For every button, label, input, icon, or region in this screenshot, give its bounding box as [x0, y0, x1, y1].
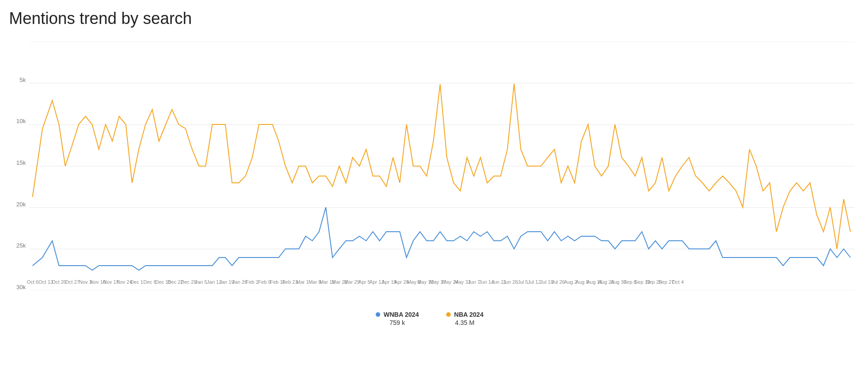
wnba-line	[33, 207, 850, 270]
x-label: Oct 4	[672, 279, 684, 285]
x-label: Oct 6	[27, 279, 38, 285]
y-label-5k: 5k	[5, 76, 29, 83]
wnba-legend-value: 759 k	[389, 319, 405, 326]
chart-title: Mentions trend by search	[5, 9, 854, 28]
legend-nba: NBA 2024 4.35 M	[446, 311, 484, 326]
legend-wnba: WNBA 2024 759 k	[376, 311, 419, 326]
chart-area: 30k 25k 20k 15k 10k 5k	[5, 42, 854, 304]
x-label: Jul 12	[528, 279, 541, 285]
x-label: Feb 2	[246, 279, 259, 285]
y-label-20k: 20k	[5, 201, 29, 208]
x-label: Jan 26	[232, 279, 247, 285]
y-label-15k: 15k	[5, 159, 29, 166]
y-label-25k: 25k	[5, 242, 29, 249]
x-label: Jul 5	[518, 279, 528, 285]
x-label: Oct 13	[38, 279, 53, 285]
x-label: Dec 8	[143, 279, 156, 285]
x-label: Oct 20	[52, 279, 66, 285]
y-axis: 30k 25k 20k 15k 10k 5k	[5, 42, 29, 304]
x-label: Oct 27	[65, 279, 80, 285]
x-label: Jun 7	[468, 279, 480, 285]
wnba-dot	[376, 312, 380, 317]
x-label: Jul 26	[552, 279, 565, 285]
nba-legend-value: 4.35 M	[455, 319, 475, 326]
nba-dot	[446, 312, 451, 317]
legend: WNBA 2024 759 k NBA 2024 4.35 M	[5, 311, 854, 326]
chart-plot: Oct 6Oct 13Oct 20Oct 27Nov 3Nov 10Nov 17…	[29, 42, 854, 291]
x-label: Apr 26	[394, 279, 409, 285]
x-label: Apr 5	[359, 279, 370, 285]
x-label: Jan 5	[195, 279, 207, 285]
x-label: Jun 28	[503, 279, 518, 285]
x-label: Dec 1	[130, 279, 143, 285]
x-label: Dec 29	[181, 279, 197, 285]
x-label: Feb 23	[283, 279, 298, 285]
x-label: Feb 9	[258, 279, 271, 285]
x-label: Aug 2	[564, 279, 577, 285]
y-label-30k: 30k	[5, 284, 29, 291]
chart-container: Mentions trend by search 30k 25k 20k 15k…	[0, 0, 868, 372]
chart-svg	[29, 42, 854, 291]
nba-line	[33, 84, 850, 249]
nba-legend-name: NBA 2024	[454, 311, 484, 318]
x-label: Mar 1	[296, 279, 309, 285]
x-label: Jan 19	[219, 279, 234, 285]
y-label-10k: 10k	[5, 118, 29, 124]
wnba-legend-name: WNBA 2024	[384, 311, 419, 318]
x-label: Mar 29	[344, 279, 359, 285]
x-axis: Oct 6Oct 13Oct 20Oct 27Nov 3Nov 10Nov 17…	[29, 279, 854, 293]
